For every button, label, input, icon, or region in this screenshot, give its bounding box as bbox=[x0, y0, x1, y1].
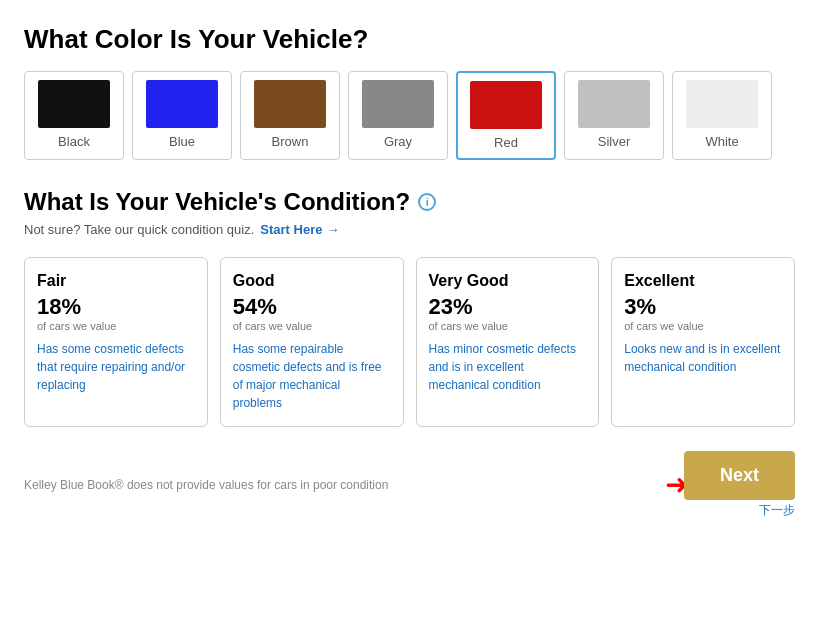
next-button[interactable]: Next bbox=[684, 451, 795, 500]
condition-sub-very-good: of cars we value bbox=[429, 320, 587, 332]
color-swatch-black bbox=[38, 80, 110, 128]
color-label-white: White bbox=[705, 134, 738, 149]
color-item-blue[interactable]: Blue bbox=[132, 71, 232, 160]
color-item-red[interactable]: Red bbox=[456, 71, 556, 160]
condition-grid: Fair 18% of cars we value Has some cosme… bbox=[24, 257, 795, 427]
condition-card-good[interactable]: Good 54% of cars we value Has some repai… bbox=[220, 257, 404, 427]
condition-card-very-good[interactable]: Very Good 23% of cars we value Has minor… bbox=[416, 257, 600, 427]
next-button-wrapper: ➜ Next 下一步 bbox=[665, 451, 795, 519]
condition-title-very-good: Very Good bbox=[429, 272, 587, 290]
color-label-red: Red bbox=[494, 135, 518, 150]
footer-row: Kelley Blue Book® does not provide value… bbox=[24, 451, 795, 519]
condition-sub-fair: of cars we value bbox=[37, 320, 195, 332]
footer-note: Kelley Blue Book® does not provide value… bbox=[24, 478, 388, 492]
quiz-link-row: Not sure? Take our quick condition quiz.… bbox=[24, 222, 795, 237]
color-item-brown[interactable]: Brown bbox=[240, 71, 340, 160]
condition-desc-very-good: Has minor cosmetic defects and is in exc… bbox=[429, 340, 587, 394]
condition-pct-fair: 18% bbox=[37, 294, 195, 320]
color-swatch-gray bbox=[362, 80, 434, 128]
condition-desc-good: Has some repairable cosmetic defects and… bbox=[233, 340, 391, 412]
color-swatch-red bbox=[470, 81, 542, 129]
condition-title-excellent: Excellent bbox=[624, 272, 782, 290]
condition-title-fair: Fair bbox=[37, 272, 195, 290]
condition-pct-good: 54% bbox=[233, 294, 391, 320]
color-item-black[interactable]: Black bbox=[24, 71, 124, 160]
color-label-silver: Silver bbox=[598, 134, 631, 149]
condition-sub-good: of cars we value bbox=[233, 320, 391, 332]
quiz-text: Not sure? Take our quick condition quiz. bbox=[24, 222, 254, 237]
color-label-black: Black bbox=[58, 134, 90, 149]
condition-title-good: Good bbox=[233, 272, 391, 290]
condition-section-header: What Is Your Vehicle's Condition? i bbox=[24, 188, 795, 216]
condition-card-fair[interactable]: Fair 18% of cars we value Has some cosme… bbox=[24, 257, 208, 427]
color-item-gray[interactable]: Gray bbox=[348, 71, 448, 160]
color-grid: BlackBlueBrownGrayRedSilverWhite bbox=[24, 71, 795, 160]
quiz-link[interactable]: Start Here → bbox=[260, 222, 339, 237]
condition-desc-excellent: Looks new and is in excellent mechanical… bbox=[624, 340, 782, 376]
condition-pct-excellent: 3% bbox=[624, 294, 782, 320]
condition-sub-excellent: of cars we value bbox=[624, 320, 782, 332]
color-section-title: What Color Is Your Vehicle? bbox=[24, 24, 795, 55]
info-icon[interactable]: i bbox=[418, 193, 436, 211]
condition-section-title: What Is Your Vehicle's Condition? bbox=[24, 188, 410, 216]
condition-card-excellent[interactable]: Excellent 3% of cars we value Looks new … bbox=[611, 257, 795, 427]
color-item-silver[interactable]: Silver bbox=[564, 71, 664, 160]
chinese-label: 下一步 bbox=[759, 502, 795, 519]
condition-pct-very-good: 23% bbox=[429, 294, 587, 320]
color-swatch-silver bbox=[578, 80, 650, 128]
color-swatch-brown bbox=[254, 80, 326, 128]
color-swatch-white bbox=[686, 80, 758, 128]
color-label-brown: Brown bbox=[272, 134, 309, 149]
color-swatch-blue bbox=[146, 80, 218, 128]
color-label-blue: Blue bbox=[169, 134, 195, 149]
color-label-gray: Gray bbox=[384, 134, 412, 149]
quiz-link-text: Start Here bbox=[260, 222, 322, 237]
quiz-arrow: → bbox=[326, 222, 339, 237]
color-item-white[interactable]: White bbox=[672, 71, 772, 160]
condition-desc-fair: Has some cosmetic defects that require r… bbox=[37, 340, 195, 394]
